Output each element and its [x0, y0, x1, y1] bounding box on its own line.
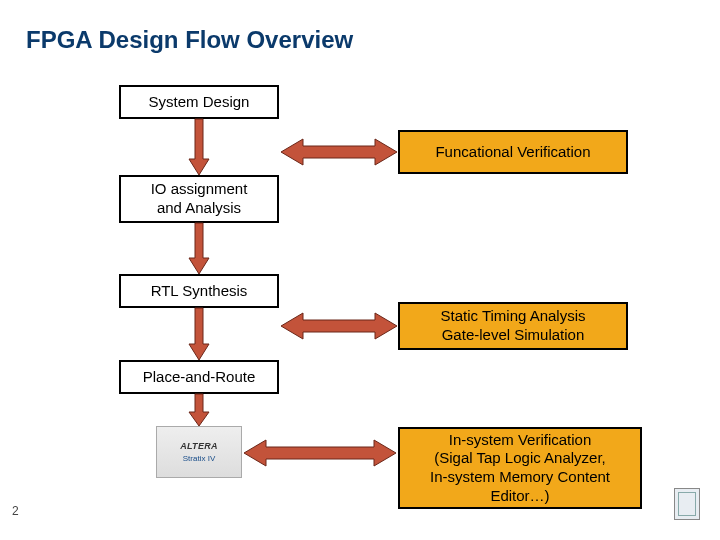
chip-family-label: Stratix IV — [183, 454, 215, 463]
box-place-and-route: Place-and-Route — [119, 360, 279, 394]
bidir-arrow-icon — [281, 139, 397, 165]
down-arrow-icon — [189, 119, 209, 175]
bidir-arrow-icon — [244, 440, 396, 466]
box-functional-verification: Funcational Verification — [398, 130, 628, 174]
svg-marker-0 — [189, 119, 209, 175]
svg-marker-3 — [189, 394, 209, 426]
box-sta-gls: Static Timing AnalysisGate-level Simulat… — [398, 302, 628, 350]
down-arrow-icon — [189, 394, 209, 426]
svg-marker-5 — [281, 313, 397, 339]
down-arrow-icon — [189, 308, 209, 360]
page-number: 2 — [12, 504, 19, 518]
svg-marker-1 — [189, 223, 209, 274]
altera-corner-logo — [674, 488, 700, 520]
box-system-design: System Design — [119, 85, 279, 119]
box-io-assignment: IO assignmentand Analysis — [119, 175, 279, 223]
fpga-chip-image: ALTERA Stratix IV — [156, 426, 242, 478]
svg-marker-4 — [281, 139, 397, 165]
chip-brand-label: ALTERA — [180, 441, 218, 451]
down-arrow-icon — [189, 223, 209, 274]
box-rtl-synthesis: RTL Synthesis — [119, 274, 279, 308]
svg-marker-2 — [189, 308, 209, 360]
box-insystem-verification: In-system Verification(Sigal Tap Logic A… — [398, 427, 642, 509]
page-title: FPGA Design Flow Overview — [26, 26, 353, 54]
svg-marker-6 — [244, 440, 396, 466]
bidir-arrow-icon — [281, 313, 397, 339]
